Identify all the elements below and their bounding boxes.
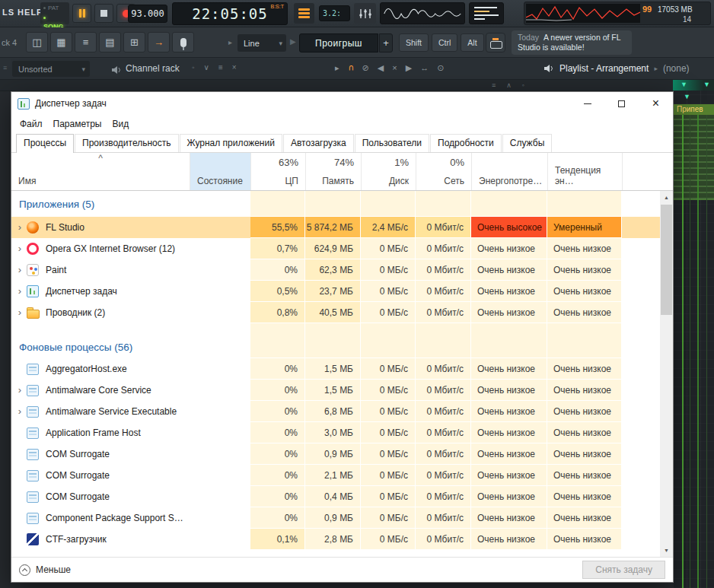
process-row[interactable]: ›Antimalware Core Service0%1,5 МБ0 МБ/с0… [11, 380, 660, 401]
process-row[interactable]: ›FL Studio55,5%5 874,2 МБ2,4 МБ/с0 Мбит/… [11, 217, 660, 238]
playlist-panel-button[interactable] [26, 32, 48, 52]
column-header-status[interactable]: Состояние [190, 153, 250, 190]
shift-key[interactable]: Shift [399, 33, 429, 52]
expand-chevron[interactable]: › [14, 385, 25, 396]
close-button[interactable] [639, 92, 673, 115]
titlebar[interactable]: Диспетчер задач [11, 92, 673, 115]
minimize-button[interactable] [570, 92, 604, 115]
update-hint-panel[interactable]: TodayA newer version of FL Studio is ava… [512, 30, 632, 55]
expand-chevron[interactable]: › [14, 307, 25, 318]
pattern-name-display[interactable]: Проигрыш [299, 33, 378, 52]
magnet-icon[interactable] [348, 63, 354, 73]
pattern-clip[interactable] [673, 115, 714, 200]
scroll-thumb[interactable] [661, 205, 672, 315]
mic-button[interactable] [172, 32, 194, 52]
playlist-arrangement-name[interactable]: (none) [663, 63, 690, 74]
alt-key[interactable]: Alt [461, 33, 483, 52]
column-header-network[interactable]: 0% Сеть [416, 153, 471, 190]
column-header-memory[interactable]: 74% Память [305, 153, 361, 190]
delete-tool-icon[interactable] [392, 63, 397, 73]
prev-icon[interactable] [378, 63, 384, 73]
column-header-power[interactable]: Энергопотре… [471, 153, 547, 190]
pat-song-switch[interactable]: PAT SONG [40, 2, 69, 24]
mixer-faders-icon[interactable] [354, 3, 376, 24]
scrollbar[interactable] [660, 191, 673, 557]
scroll-down-arrow[interactable] [660, 544, 673, 557]
tab-0[interactable]: Процессы [16, 134, 74, 153]
playlist-marker-icon[interactable] [681, 81, 687, 88]
expand-chevron[interactable]: › [14, 265, 25, 275]
playhead-marker-icon[interactable] [684, 94, 690, 100]
process-row[interactable]: Component Package Support S…0%0,9 МБ0 МБ… [11, 507, 660, 529]
oscilloscope-display[interactable] [380, 2, 465, 24]
process-row[interactable]: ›Диспетчер задач0,5%23,7 МБ0 МБ/с0 Мбит/… [11, 281, 660, 302]
column-header-disk[interactable]: 1% Диск [361, 153, 416, 190]
add-pattern-button[interactable]: + [379, 33, 393, 52]
maximize-button[interactable] [604, 92, 639, 115]
column-header-name[interactable]: Имя [11, 153, 190, 190]
tempo-display[interactable]: 93.000 [128, 5, 167, 23]
details-toggle[interactable]: Меньше [19, 564, 71, 576]
process-row[interactable]: COM Surrogate0%2,1 МБ0 МБ/с0 Мбит/сОчень… [11, 465, 660, 486]
pattern-clip-label[interactable]: Припев [673, 104, 714, 115]
next-icon[interactable] [406, 63, 412, 73]
layers-icon[interactable] [218, 63, 223, 72]
sort-dropdown[interactable]: Unsorted [12, 61, 90, 77]
group-header[interactable]: Фоновые процессы (56) [11, 323, 660, 358]
cpu-graph[interactable] [526, 4, 640, 23]
tab-5[interactable]: Подробности [430, 134, 502, 152]
column-header-cpu[interactable]: 63% ЦП [250, 153, 305, 190]
process-row[interactable]: Application Frame Host0%3,0 МБ0 МБ/с0 Мб… [11, 422, 660, 443]
play-tool-icon[interactable] [335, 63, 339, 73]
channel-rack-button[interactable] [50, 32, 72, 52]
expand-chevron[interactable]: › [14, 222, 25, 233]
tab-2[interactable]: Журнал приложений [180, 134, 282, 152]
process-row[interactable]: CTF-загрузчик0,1%2,8 МБ0 МБ/с0 Мбит/сОче… [11, 529, 660, 550]
menu-item-0[interactable]: Файл [14, 116, 48, 132]
ctrl-key[interactable]: Ctrl [432, 33, 457, 52]
tab-4[interactable]: Пользователи [355, 134, 429, 152]
time-display[interactable]: 22:05:05 B:S:T [172, 2, 288, 25]
expand-chevron[interactable]: › [14, 286, 25, 297]
snap-selector[interactable]: Line [237, 34, 286, 52]
collapse-icon[interactable] [204, 63, 209, 72]
stop-button[interactable] [94, 4, 113, 23]
process-row[interactable]: ›Opera GX Internet Browser (12)0,7%624,9… [11, 238, 660, 259]
playlist-marker-icon[interactable] [703, 81, 710, 88]
scroll-up-arrow[interactable] [660, 191, 673, 204]
close-rack-icon[interactable] [232, 63, 237, 72]
rack-menu-icon[interactable] [3, 64, 7, 72]
plugin-picker-button[interactable] [148, 32, 170, 52]
process-row[interactable]: COM Surrogate0%0,4 МБ0 МБ/с0 Мбит/сОчень… [11, 486, 660, 507]
tab-6[interactable]: Службы [502, 134, 552, 152]
piano-roll-button[interactable] [99, 32, 121, 52]
process-row[interactable]: ›Antimalware Service Executable0%6,8 МБ0… [11, 401, 660, 422]
playlist-strip[interactable]: Припев [673, 80, 714, 588]
step-grid-button[interactable] [294, 3, 314, 24]
bar-position-display[interactable]: 3.2: [319, 5, 350, 21]
expand-chevron[interactable]: › [14, 406, 25, 417]
tab-3[interactable]: Автозагрузка [283, 134, 354, 152]
swing-knob-icon[interactable] [192, 63, 195, 72]
mixer-button[interactable] [75, 32, 97, 52]
end-task-button[interactable]: Снять задачу [582, 561, 665, 579]
pattern-prev-icon[interactable] [290, 37, 296, 46]
zoom-tool-icon[interactable] [437, 63, 444, 73]
process-row[interactable]: AggregatorHost.exe0%1,5 МБ0 МБ/с0 Мбит/с… [11, 358, 660, 380]
slide-tool-icon[interactable] [420, 63, 429, 73]
menu-item-1[interactable]: Параметры [48, 116, 107, 132]
menu-item-2[interactable]: Вид [107, 116, 134, 132]
group-header[interactable]: Приложения (5) [11, 191, 660, 217]
fl-menu-help[interactable]: LS HELP [2, 8, 43, 17]
process-row[interactable]: ›Проводник (2)0,8%40,5 МБ0 МБ/с0 Мбит/сО… [11, 302, 660, 323]
tab-1[interactable]: Производительность [75, 134, 178, 152]
column-header-power-trend[interactable]: Тенденция эн… [547, 153, 622, 190]
typing-keyboard-button[interactable] [486, 33, 505, 52]
mute-tool-icon[interactable] [362, 63, 369, 73]
note-preview-display[interactable] [469, 2, 504, 24]
expand-chevron[interactable]: › [14, 243, 25, 254]
process-row[interactable]: COM Surrogate0%0,9 МБ0 МБ/с0 Мбит/сОчень… [11, 443, 660, 465]
browser-button[interactable] [123, 32, 145, 52]
pause-button[interactable] [72, 4, 91, 23]
playlist-title[interactable]: Playlist - Arrangement [559, 63, 649, 74]
